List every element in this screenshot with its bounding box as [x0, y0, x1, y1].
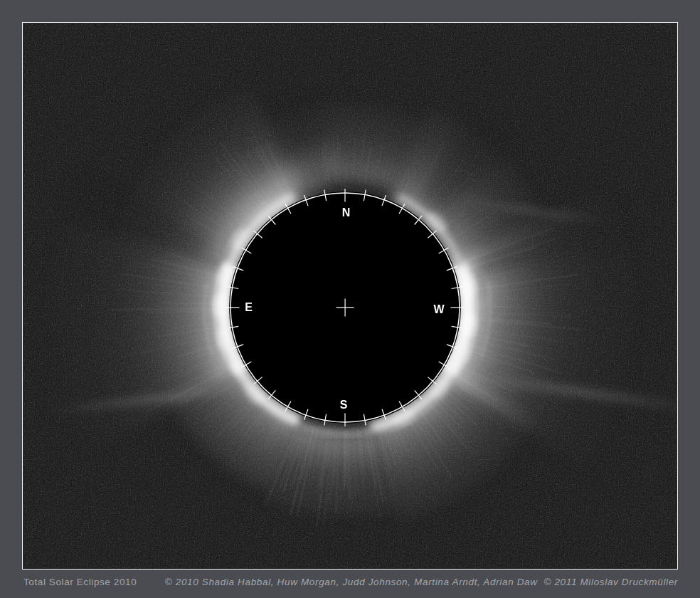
svg-text:S: S — [340, 399, 348, 411]
svg-text:W: W — [433, 303, 445, 315]
svg-text:N: N — [342, 206, 351, 219]
svg-text:E: E — [245, 301, 253, 313]
